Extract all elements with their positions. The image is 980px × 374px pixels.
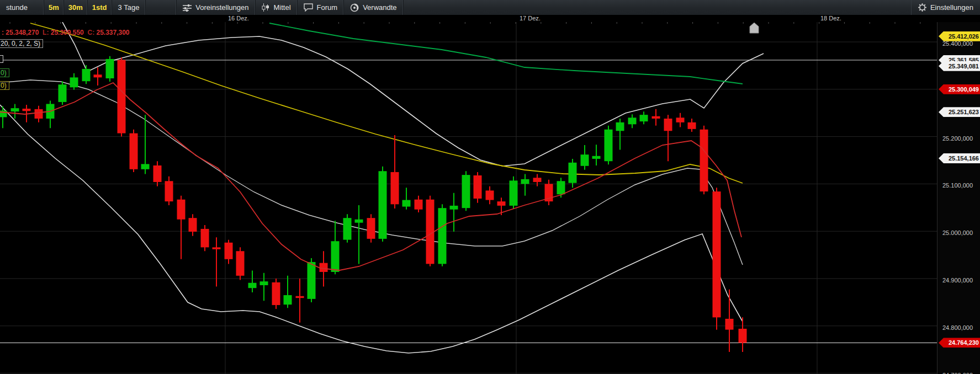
candle-body: [379, 171, 387, 239]
candle-body: [35, 109, 43, 119]
candle-body: [676, 117, 685, 122]
candle-body: [415, 200, 423, 210]
date-label: 16 Dez.: [228, 15, 249, 22]
candlestick-chart[interactable]: [0, 22, 937, 374]
related-button[interactable]: Verwandte: [344, 0, 403, 15]
candle-body: [70, 77, 78, 87]
candle-body: [700, 130, 708, 191]
candle-body: [106, 59, 114, 78]
timeframe-1std-label: 1std: [92, 3, 107, 12]
candle-body: [189, 218, 197, 232]
candle-body: [581, 154, 589, 166]
sliders-icon: [183, 4, 192, 12]
candle-body: [308, 262, 316, 299]
axis-price-label: 25.400,000: [942, 40, 973, 47]
candle-body: [260, 281, 268, 285]
axis-price-label: 25.100,000: [942, 182, 973, 189]
low-label: L:: [43, 29, 49, 36]
candle-body: [402, 200, 411, 207]
toolbar-spacer: [404, 0, 912, 15]
candle-body: [391, 172, 399, 204]
candle-body: [486, 190, 494, 200]
low-value: 25.309,550: [51, 29, 84, 36]
candle-body: [320, 263, 328, 272]
candle-body: [462, 175, 470, 208]
settings-label: Einstellungen: [930, 3, 973, 12]
ohlc-readout: : 25.348,270 L: 25.309,550 C: 25.337,300: [2, 29, 130, 36]
candle-body: [355, 220, 363, 223]
candle-body: [557, 181, 565, 194]
candle-body: [533, 178, 542, 182]
candle-body: [725, 319, 734, 330]
timeframe-1std-button[interactable]: 1std: [88, 0, 112, 15]
candle-body: [605, 130, 613, 161]
candle-body: [130, 133, 138, 169]
candlestick-icon: [262, 3, 270, 12]
axis-price-label: 24.900,000: [942, 277, 973, 284]
forum-button[interactable]: Forum: [298, 0, 345, 15]
candle-body: [688, 122, 696, 129]
indicators-button[interactable]: Mittel: [256, 0, 298, 15]
candle-body: [153, 165, 162, 182]
candle-body: [82, 69, 91, 81]
candle-body: [213, 247, 221, 249]
price-tag-white: 25.154,166: [939, 153, 980, 163]
candle-body: [248, 283, 257, 288]
candle-body: [521, 179, 529, 184]
candle-body: [592, 156, 601, 159]
price-line-label-stub: [0, 55, 3, 63]
timeframe-5m-label: 5m: [49, 3, 59, 12]
timeframe-5m-button[interactable]: 5m: [44, 0, 64, 15]
ma-slow-green-line: [269, 23, 743, 84]
candle-body: [343, 218, 352, 239]
gear-icon: [918, 3, 926, 12]
axis-price-label: 25.200,000: [942, 135, 973, 142]
candle-body: [497, 201, 506, 206]
eye-icon: [350, 3, 359, 12]
candle-body: [141, 164, 150, 169]
candle-body: [177, 200, 186, 220]
candle-body: [438, 208, 447, 264]
candle-body: [59, 84, 67, 102]
timeframe-3tage-button[interactable]: 3 Tage: [112, 0, 146, 15]
bollinger-label[interactable]: 20, 0, 2, 2, S): [0, 39, 43, 48]
settings-button[interactable]: Einstellungen: [912, 0, 980, 15]
candle-body: [165, 181, 173, 201]
related-label: Verwandte: [363, 3, 396, 12]
candle-body: [569, 163, 577, 183]
candle-body: [510, 180, 518, 205]
candle-body: [118, 60, 126, 133]
date-axis: 16 Dez.17 Dez.18 Dez.: [0, 15, 980, 22]
candle-body: [0, 110, 7, 117]
ma-yellow-label[interactable]: 0): [0, 81, 9, 90]
ma-green-label[interactable]: 0): [0, 68, 9, 77]
price-tag-yellow: 25.412,026: [939, 31, 980, 41]
candle-body: [23, 109, 31, 111]
toolbar-gap: [146, 0, 177, 15]
presets-label: Voreinstellungen: [195, 3, 248, 12]
candle-body: [201, 229, 209, 247]
timeframe-3tage-label: 3 Tage: [118, 3, 140, 12]
presets-button[interactable]: Voreinstellungen: [177, 0, 255, 15]
forum-label: Forum: [317, 3, 338, 12]
high-value: : 25.348,270: [2, 29, 39, 36]
close-label: C:: [87, 29, 94, 36]
candle-body: [474, 175, 482, 199]
candle-body: [11, 108, 19, 111]
timeframe-stunde-button[interactable]: stunde: [0, 0, 44, 15]
candle-body: [616, 122, 624, 131]
candle-body: [272, 282, 280, 305]
price-axis[interactable]: 25.400,00025.300,00025.200,00025.100,000…: [937, 22, 980, 374]
timeframe-30m-button[interactable]: 30m: [64, 0, 88, 15]
timeframe-stunde-label: stunde: [6, 3, 28, 12]
toolbar: stunde 5m 30m 1std 3 Tage Voreinstellung…: [0, 0, 980, 15]
candle-body: [331, 241, 340, 272]
speech-bubble-icon: [304, 3, 313, 12]
chart-marker-icon: [750, 23, 759, 33]
chart-canvas[interactable]: [0, 22, 937, 374]
candle-body: [236, 251, 245, 276]
price-tag-white: 25.349,081: [939, 61, 980, 71]
candle-body: [296, 296, 304, 298]
date-label: 17 Dez.: [520, 15, 541, 22]
timeframe-30m-label: 30m: [68, 3, 83, 12]
